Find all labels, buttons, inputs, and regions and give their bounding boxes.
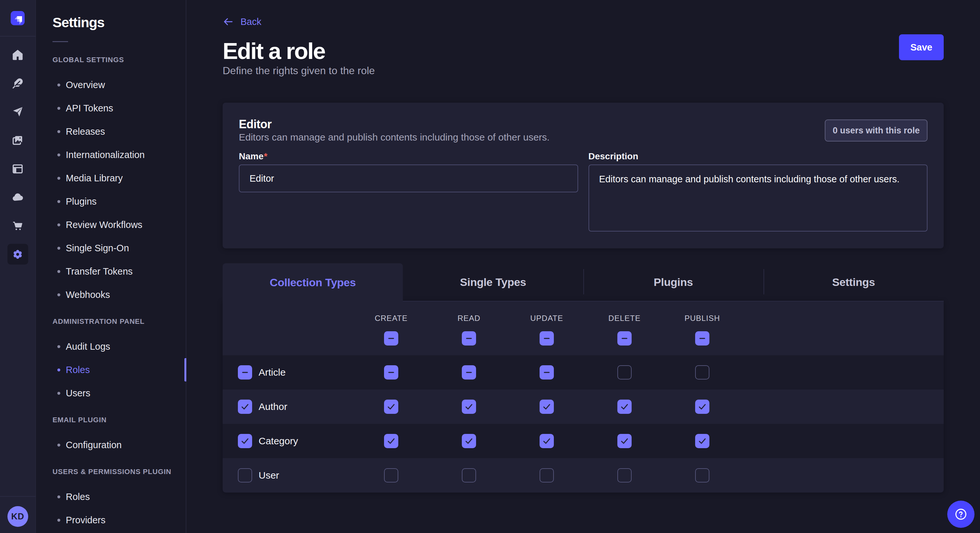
sidebar-item-releases[interactable]: Releases bbox=[52, 120, 186, 143]
avatar-initials: KD bbox=[11, 512, 24, 522]
strapi-logo-icon bbox=[11, 11, 25, 25]
bullet-icon bbox=[57, 107, 60, 110]
row-checkbox-user[interactable] bbox=[238, 468, 252, 482]
section-global-settings: GLOBAL SETTINGS Overview API Tokens Rele… bbox=[52, 56, 186, 306]
tab-plugins[interactable]: Plugins bbox=[583, 263, 764, 301]
nav-releases-button[interactable] bbox=[8, 102, 28, 122]
row-label: Category bbox=[259, 436, 298, 447]
sidebar-item-internationalization[interactable]: Internationalization bbox=[52, 143, 186, 167]
user-avatar[interactable]: KD bbox=[8, 506, 28, 527]
bullet-icon bbox=[57, 224, 60, 226]
save-button[interactable]: Save bbox=[899, 34, 944, 60]
bullet-icon bbox=[57, 177, 60, 180]
sidebar-item-media-library[interactable]: Media Library bbox=[52, 167, 186, 190]
author-update-checkbox[interactable] bbox=[539, 400, 554, 414]
category-create-checkbox[interactable] bbox=[384, 434, 398, 448]
row-label: Article bbox=[259, 367, 285, 378]
bullet-icon bbox=[57, 270, 60, 273]
sidebar-item-up-roles[interactable]: Roles bbox=[52, 485, 186, 508]
column-header-delete: DELETE bbox=[585, 314, 663, 323]
main-nav-rail: KD bbox=[0, 0, 36, 533]
category-delete-checkbox[interactable] bbox=[617, 434, 632, 448]
feather-icon bbox=[12, 78, 24, 89]
nav-deploy-button[interactable] bbox=[8, 187, 28, 208]
article-create-checkbox[interactable] bbox=[384, 365, 398, 379]
page-subtitle: Define the rights given to the role bbox=[223, 65, 944, 77]
sidebar-item-api-tokens[interactable]: API Tokens bbox=[52, 97, 186, 120]
sidebar-item-roles[interactable]: Roles bbox=[52, 358, 186, 381]
sidebar-item-webhooks[interactable]: Webhooks bbox=[52, 283, 186, 306]
cloud-icon bbox=[12, 191, 24, 203]
sidebar-item-plugins[interactable]: Plugins bbox=[52, 190, 186, 213]
section-label: GLOBAL SETTINGS bbox=[52, 56, 186, 64]
permissions-table: CREATE READ UPDATE DELETE PUBLISH bbox=[223, 301, 944, 493]
nav-content-type-builder-button[interactable] bbox=[8, 159, 28, 179]
row-checkbox-category[interactable] bbox=[238, 434, 252, 448]
bullet-icon bbox=[57, 247, 60, 250]
user-create-checkbox[interactable] bbox=[384, 468, 398, 482]
paper-plane-icon bbox=[12, 106, 24, 118]
help-button[interactable] bbox=[947, 501, 975, 528]
description-field: Description Editors can manage and publi… bbox=[589, 151, 928, 233]
author-read-checkbox[interactable] bbox=[462, 400, 476, 414]
tab-collection-types[interactable]: Collection Types bbox=[223, 263, 403, 301]
column-header-publish: PUBLISH bbox=[663, 314, 741, 323]
author-publish-checkbox[interactable] bbox=[695, 400, 710, 414]
user-read-checkbox[interactable] bbox=[462, 468, 476, 482]
back-link[interactable]: Back bbox=[223, 16, 261, 27]
users-with-role-button[interactable]: 0 users with this role bbox=[825, 119, 928, 141]
sidebar-item-transfer-tokens[interactable]: Transfer Tokens bbox=[52, 260, 186, 283]
author-create-checkbox[interactable] bbox=[384, 400, 398, 414]
role-details-card: Editor Editors can manage and publish co… bbox=[223, 103, 944, 248]
article-delete-checkbox[interactable] bbox=[617, 365, 632, 379]
tab-single-types[interactable]: Single Types bbox=[403, 263, 583, 301]
bullet-icon bbox=[57, 392, 60, 395]
article-publish-checkbox[interactable] bbox=[695, 365, 710, 379]
nav-content-manager-button[interactable] bbox=[8, 73, 28, 94]
name-field: Name* bbox=[239, 151, 578, 233]
sidebar-item-review-workflows[interactable]: Review Workflows bbox=[52, 213, 186, 236]
nav-settings-button[interactable] bbox=[8, 244, 28, 265]
select-all-create-checkbox[interactable] bbox=[384, 331, 398, 346]
author-delete-checkbox[interactable] bbox=[617, 400, 632, 414]
select-all-publish-checkbox[interactable] bbox=[695, 331, 710, 346]
rail-icons bbox=[0, 36, 35, 265]
article-read-checkbox[interactable] bbox=[462, 365, 476, 379]
bullet-icon bbox=[57, 293, 60, 296]
article-update-checkbox[interactable] bbox=[539, 365, 554, 379]
strapi-logo[interactable] bbox=[11, 11, 25, 25]
row-label: User bbox=[259, 470, 279, 481]
nav-media-library-button[interactable] bbox=[8, 130, 28, 151]
section-users-permissions-plugin: USERS & PERMISSIONS PLUGIN Roles Provide… bbox=[52, 468, 186, 532]
rail-divider-bottom bbox=[0, 496, 36, 497]
description-textarea[interactable]: Editors can manage and publish contents … bbox=[589, 165, 928, 232]
role-name-heading: Editor bbox=[239, 117, 550, 132]
bullet-icon bbox=[57, 495, 60, 498]
sidebar-item-overview[interactable]: Overview bbox=[52, 73, 186, 97]
category-read-checkbox[interactable] bbox=[462, 434, 476, 448]
user-delete-checkbox[interactable] bbox=[617, 468, 632, 482]
strapi-admin: KD Settings GLOBAL SETTINGS Overview API… bbox=[0, 0, 980, 533]
sidebar-item-up-providers[interactable]: Providers bbox=[52, 508, 186, 532]
sidebar-item-users[interactable]: Users bbox=[52, 381, 186, 405]
nav-home-button[interactable] bbox=[8, 44, 28, 65]
row-checkbox-author[interactable] bbox=[238, 400, 252, 414]
permission-row-category: Category bbox=[223, 424, 944, 458]
permissions-table-header: CREATE READ UPDATE DELETE PUBLISH bbox=[223, 301, 944, 355]
tab-separator bbox=[583, 269, 584, 294]
tab-settings[interactable]: Settings bbox=[764, 263, 944, 301]
select-all-delete-checkbox[interactable] bbox=[617, 331, 632, 346]
select-all-update-checkbox[interactable] bbox=[539, 331, 554, 346]
select-all-read-checkbox[interactable] bbox=[462, 331, 476, 346]
row-checkbox-article[interactable] bbox=[238, 365, 252, 379]
user-update-checkbox[interactable] bbox=[539, 468, 554, 482]
name-input[interactable] bbox=[239, 165, 578, 192]
sidebar-item-audit-logs[interactable]: Audit Logs bbox=[52, 335, 186, 358]
category-update-checkbox[interactable] bbox=[539, 434, 554, 448]
nav-marketplace-button[interactable] bbox=[8, 215, 28, 236]
sidebar-item-single-sign-on[interactable]: Single Sign-On bbox=[52, 236, 186, 260]
user-publish-checkbox[interactable] bbox=[695, 468, 710, 482]
category-publish-checkbox[interactable] bbox=[695, 434, 710, 448]
permissions-section: Collection Types Single Types Plugins Se… bbox=[223, 263, 944, 493]
sidebar-item-configuration[interactable]: Configuration bbox=[52, 433, 186, 457]
